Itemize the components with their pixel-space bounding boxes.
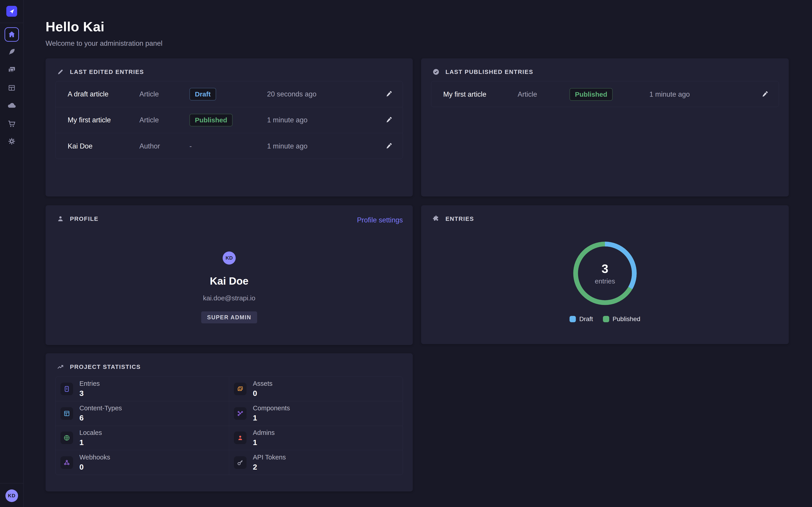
stat-admins: Admins1: [229, 426, 403, 450]
stat-value: 1: [253, 438, 275, 447]
stat-locales: Locales1: [56, 426, 229, 450]
stat-label: Assets: [253, 380, 272, 387]
stat-label: API Tokens: [253, 454, 286, 461]
sidebar-item-media-library[interactable]: [6, 64, 17, 75]
stat-label: Content-Types: [80, 404, 122, 412]
admin-dashboard: KD Hello Kai Welcome to your administrat…: [0, 0, 812, 507]
edit-button[interactable]: [759, 91, 770, 98]
entry-name: My first article: [443, 90, 518, 99]
media-library-icon: [7, 66, 16, 74]
status-badge: Published: [569, 88, 613, 101]
card-header: LAST PUBLISHED ENTRIES: [433, 68, 533, 75]
stat-value: 3: [80, 389, 100, 398]
layout-icon: [60, 407, 73, 420]
sidebar-item-settings[interactable]: [6, 136, 17, 147]
profile-summary: KD Kai Doe kai.doe@strapi.io SUPER ADMIN: [46, 251, 413, 323]
layout-icon: [8, 84, 16, 92]
last-published-table: My first article Article Published 1 min…: [431, 81, 779, 107]
page-title: Hello Kai: [46, 19, 162, 35]
sidebar: KD: [0, 0, 23, 507]
entry-name: Kai Doe: [68, 142, 139, 150]
sidebar-item-cloud[interactable]: [6, 100, 17, 111]
puzzle-icon: [433, 215, 440, 222]
published-swatch: [603, 316, 609, 322]
legend-item-draft: Draft: [569, 316, 593, 323]
stats-grid: Entries3 Assets0 Content-Types6 Componen…: [55, 377, 403, 475]
edit-button[interactable]: [383, 116, 395, 124]
key-icon: [234, 456, 247, 469]
sidebar-item-home[interactable]: [4, 27, 19, 42]
entry-name: My first article: [68, 116, 139, 124]
entry-time: 1 minute ago: [267, 116, 383, 124]
card-title: ENTRIES: [446, 215, 474, 222]
status-badge: Published: [190, 114, 233, 126]
legend-label: Draft: [579, 316, 593, 323]
page-header: Hello Kai Welcome to your administration…: [46, 19, 162, 48]
table-row[interactable]: Kai Doe Author - 1 minute ago: [56, 133, 403, 159]
stat-label: Locales: [80, 429, 102, 437]
stat-label: Webhooks: [80, 454, 110, 461]
legend-label: Published: [613, 316, 640, 323]
strapi-logo-icon: [9, 8, 15, 14]
profile-card: PROFILE Profile settings KD Kai Doe kai.…: [46, 205, 413, 345]
project-statistics-card: PROJECT STATISTICS Entries3 Assets0 Cont…: [46, 353, 413, 492]
entry-type: Author: [139, 142, 190, 150]
person-icon: [57, 215, 64, 222]
user-avatar[interactable]: KD: [5, 490, 18, 502]
strapi-logo[interactable]: [6, 6, 17, 17]
table-row[interactable]: A draft article Article Draft 20 seconds…: [56, 81, 403, 107]
chart-legend: Draft Published: [421, 316, 789, 323]
card-title: PROJECT STATISTICS: [70, 363, 141, 371]
entry-name: A draft article: [68, 90, 139, 98]
table-row[interactable]: My first article Article Published 1 min…: [56, 107, 403, 133]
entries-count-label: entries: [595, 277, 615, 285]
entries-card: ENTRIES 3 entries Draft Published: [421, 205, 789, 344]
gear-icon: [8, 137, 16, 145]
page-subtitle: Welcome to your administration panel: [46, 40, 162, 48]
cloud-icon: [7, 101, 16, 110]
table-row[interactable]: My first article Article Published 1 min…: [431, 81, 779, 107]
role-badge: SUPER ADMIN: [201, 312, 257, 323]
stat-components: Components1: [229, 401, 403, 426]
card-header: ENTRIES: [433, 215, 474, 222]
profile-email: kai.doe@strapi.io: [46, 294, 413, 302]
entry-type: Article: [139, 90, 190, 98]
stat-value: 6: [80, 413, 122, 422]
stat-value: 0: [80, 463, 110, 471]
entry-type: Article: [518, 90, 569, 99]
document-icon: [60, 383, 73, 395]
stat-entries: Entries3: [56, 377, 229, 401]
sidebar-item-marketplace[interactable]: [6, 118, 17, 129]
stat-api-tokens: API Tokens2: [229, 450, 403, 475]
stat-value: 2: [253, 463, 286, 471]
trending-up-icon: [57, 363, 64, 371]
entry-time: 1 minute ago: [267, 142, 383, 150]
last-edited-entries-card: LAST EDITED ENTRIES A draft article Arti…: [46, 58, 413, 196]
webhook-icon: [60, 456, 73, 469]
stat-value: 0: [253, 389, 272, 398]
edit-button[interactable]: [383, 143, 395, 150]
sidebar-item-content-type-builder[interactable]: [6, 82, 17, 93]
card-title: LAST EDITED ENTRIES: [70, 68, 144, 75]
donut-center-label: 3 entries: [571, 239, 639, 307]
status-badge: Draft: [190, 88, 216, 101]
stat-webhooks: Webhooks0: [56, 450, 229, 475]
card-header: LAST EDITED ENTRIES: [57, 68, 144, 75]
profile-settings-link[interactable]: Profile settings: [357, 216, 403, 224]
sidebar-item-content-manager[interactable]: [6, 46, 17, 57]
profile-avatar: KD: [222, 251, 236, 265]
entries-count: 3: [602, 262, 608, 276]
status-empty: -: [190, 142, 192, 150]
card-header: PROJECT STATISTICS: [57, 363, 141, 371]
stat-label: Entries: [80, 380, 100, 387]
stat-label: Admins: [253, 429, 275, 437]
stat-label: Components: [253, 404, 290, 412]
stat-content-types: Content-Types6: [56, 401, 229, 426]
card-title: LAST PUBLISHED ENTRIES: [446, 68, 533, 75]
images-icon: [234, 383, 247, 395]
stat-assets: Assets0: [229, 377, 403, 401]
profile-name: Kai Doe: [46, 275, 413, 287]
legend-item-published: Published: [603, 316, 640, 323]
home-icon: [8, 31, 16, 39]
edit-button[interactable]: [383, 91, 395, 98]
